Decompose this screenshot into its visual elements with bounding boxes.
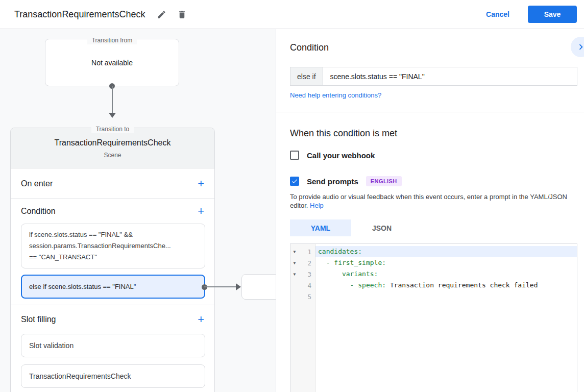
arrow-down-icon: [109, 113, 116, 118]
editor-code-area[interactable]: candidates: - first_simple: variants: - …: [315, 244, 577, 392]
condition-section-header: Condition +: [11, 199, 214, 224]
transition-from-legend: Transition from: [45, 35, 179, 44]
call-webhook-row: Call your webhook: [290, 151, 375, 160]
code-line: - first_simple:: [315, 257, 577, 268]
condition-expression-input[interactable]: scene.slots.status == "FINAL": [323, 67, 577, 85]
condition-section: Condition + if scene.slots.status == "FI…: [11, 199, 214, 305]
prompt-description-text: To provide audio or visual feedback when…: [290, 193, 567, 209]
panel-title: Condition: [290, 42, 329, 53]
yaml-key: - first_simple:: [318, 259, 386, 266]
line-number: 1: [299, 248, 315, 256]
slot-filling-section: Slot filling + Slot validation Transacti…: [11, 305, 214, 388]
condition-line: session.params.TransactionRequirementsCh…: [29, 240, 197, 252]
language-badge: ENGLISH: [366, 176, 402, 186]
top-header: TransactionRequirementsCheck Cancel Save: [0, 0, 584, 29]
when-condition-met-heading: When this condition is met: [290, 128, 397, 139]
send-prompts-row: Send prompts ENGLISH: [290, 176, 402, 186]
condition-line: if scene.slots.status == "FINAL" &&: [29, 229, 197, 240]
on-enter-section[interactable]: On enter +: [11, 168, 214, 199]
connector-line-horizontal: [204, 286, 236, 287]
save-button[interactable]: Save: [528, 6, 577, 23]
condition-prefix: else if: [290, 67, 323, 85]
condition-item[interactable]: if scene.slots.status == "FINAL" && sess…: [21, 224, 205, 268]
add-slot-button[interactable]: +: [198, 314, 204, 325]
yaml-value: Transaction requirements check failed: [390, 281, 538, 289]
edit-title-button[interactable]: [155, 8, 167, 20]
fold-toggle[interactable]: ▼: [290, 272, 299, 277]
yaml-key: candidates:: [318, 248, 362, 255]
prompt-description: To provide audio or visual feedback when…: [290, 192, 579, 210]
on-enter-label: On enter: [21, 179, 53, 188]
line-number: 3: [299, 271, 315, 278]
line-number: 2: [299, 259, 315, 267]
tab-json[interactable]: JSON: [351, 219, 412, 236]
slot-filling-section-header: Slot filling +: [11, 305, 214, 334]
cancel-button[interactable]: Cancel: [486, 10, 509, 18]
pencil-icon: [157, 10, 166, 19]
code-line: - speech: Transaction requirements check…: [315, 280, 577, 291]
conditions-help-link[interactable]: Need help entering conditions?: [290, 91, 381, 99]
add-on-enter-button[interactable]: +: [198, 178, 204, 189]
code-line: [315, 291, 577, 302]
checkmark-icon: [291, 178, 298, 185]
condition-label: Condition: [21, 207, 56, 216]
page-title: TransactionRequirementsCheck: [14, 9, 145, 20]
prompt-help-link[interactable]: Help: [310, 202, 324, 209]
trash-icon: [177, 10, 187, 19]
editor-format-tabs: YAML JSON: [290, 219, 412, 236]
add-condition-button[interactable]: +: [198, 206, 204, 217]
yaml-key: variants:: [318, 270, 378, 278]
transition-from-content: Not available: [91, 59, 133, 67]
panel-divider: [276, 112, 584, 112]
code-line: variants:: [315, 268, 577, 280]
code-line: candidates:: [315, 246, 577, 257]
send-prompts-checkbox[interactable]: [290, 177, 299, 186]
call-webhook-label: Call your webhook: [307, 151, 375, 160]
fold-toggle[interactable]: ▼: [290, 261, 299, 265]
editor-gutter: ▼1 ▼2 ▼3 4 5: [290, 244, 315, 392]
yaml-key: - speech:: [318, 281, 390, 289]
line-number: 4: [299, 282, 315, 289]
scene-type-label: Scene: [11, 152, 214, 159]
call-webhook-checkbox[interactable]: [290, 151, 299, 160]
yaml-code-editor[interactable]: ▼1 ▼2 ▼3 4 5 candidates: - first_simple:…: [290, 243, 577, 392]
slot-item[interactable]: TransactionRequirementsCheck: [21, 364, 205, 388]
condition-line: == "CAN_TRANSACT": [29, 252, 197, 263]
transition-to-legend: Transition to: [11, 124, 214, 133]
transition-from-box[interactable]: Transition from Not available: [45, 39, 179, 86]
line-number: 5: [299, 293, 315, 301]
fold-toggle[interactable]: ▼: [290, 250, 299, 254]
scene-name: TransactionRequirementsCheck: [11, 138, 214, 148]
send-prompts-label: Send prompts: [307, 177, 358, 186]
slot-filling-label: Slot filling: [21, 315, 56, 324]
scene-card: Transition to TransactionRequirementsChe…: [10, 128, 215, 392]
transition-target-box[interactable]: [241, 274, 276, 300]
arrow-right-icon: [236, 283, 241, 290]
condition-expression-row: else if scene.slots.status == "FINAL": [290, 67, 577, 86]
connector-line-vertical: [112, 86, 113, 113]
condition-item-selected[interactable]: else if scene.slots.status == "FINAL": [21, 275, 205, 299]
chevron-right-icon: [575, 41, 584, 53]
condition-editor-panel: Condition else if scene.slots.status == …: [276, 29, 584, 392]
collapse-panel-button[interactable]: [571, 37, 584, 57]
slot-item[interactable]: Slot validation: [21, 334, 205, 357]
scene-card-header[interactable]: TransactionRequirementsCheck Scene: [11, 128, 214, 168]
delete-scene-button[interactable]: [176, 8, 188, 20]
scene-flow-canvas: Transition from Not available Transition…: [0, 29, 276, 392]
tab-yaml[interactable]: YAML: [290, 219, 351, 236]
